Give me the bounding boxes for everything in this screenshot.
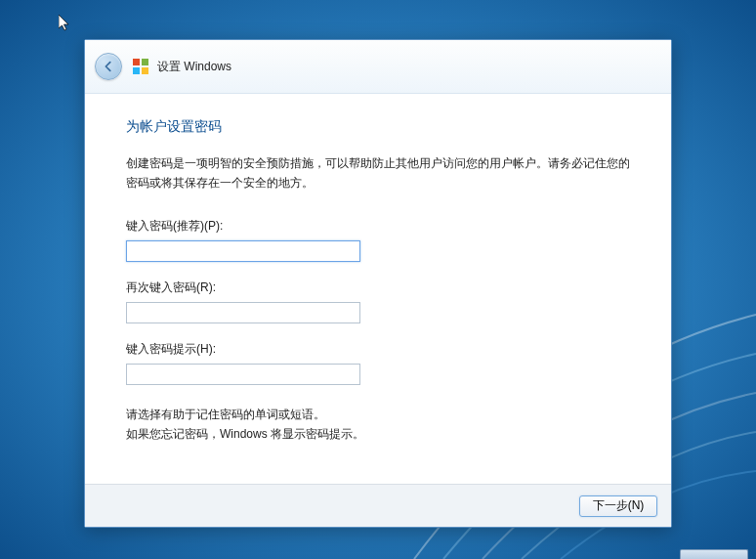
svg-rect-2 bbox=[133, 67, 140, 74]
taskbar-fragment bbox=[680, 549, 748, 559]
hint-input[interactable] bbox=[126, 364, 360, 385]
page-title: 为帐户设置密码 bbox=[126, 118, 630, 136]
hint-label: 键入密码提示(H): bbox=[126, 341, 630, 358]
password-label: 键入密码(推荐)(P): bbox=[126, 218, 630, 235]
svg-rect-0 bbox=[133, 59, 140, 65]
cursor-icon bbox=[59, 15, 72, 37]
content-area: 为帐户设置密码 创建密码是一项明智的安全预防措施，可以帮助防止其他用户访问您的用… bbox=[85, 94, 671, 484]
back-button[interactable] bbox=[95, 53, 122, 80]
password-input[interactable] bbox=[126, 240, 360, 262]
confirm-field-group: 再次键入密码(R): bbox=[126, 280, 630, 323]
page-description: 创建密码是一项明智的安全预防措施，可以帮助防止其他用户访问您的用户帐户。请务必记… bbox=[126, 153, 630, 194]
svg-rect-3 bbox=[142, 67, 148, 74]
next-button[interactable]: 下一步(N) bbox=[579, 495, 657, 517]
hint-line2: 如果您忘记密码，Windows 将显示密码提示。 bbox=[126, 424, 630, 444]
window-header: 设置 Windows bbox=[85, 40, 671, 94]
setup-window: 设置 Windows 为帐户设置密码 创建密码是一项明智的安全预防措施，可以帮助… bbox=[84, 39, 672, 528]
svg-rect-1 bbox=[142, 59, 148, 65]
hint-field-group: 键入密码提示(H): bbox=[126, 341, 630, 385]
confirm-label: 再次键入密码(R): bbox=[126, 280, 630, 296]
window-title: 设置 Windows bbox=[157, 59, 231, 75]
confirm-input[interactable] bbox=[126, 302, 360, 323]
hint-description: 请选择有助于记住密码的单词或短语。 如果您忘记密码，Windows 将显示密码提… bbox=[126, 405, 630, 445]
windows-icon bbox=[132, 58, 149, 75]
password-field-group: 键入密码(推荐)(P): bbox=[126, 218, 630, 262]
hint-line1: 请选择有助于记住密码的单词或短语。 bbox=[126, 405, 630, 424]
window-footer: 下一步(N) bbox=[85, 484, 671, 527]
